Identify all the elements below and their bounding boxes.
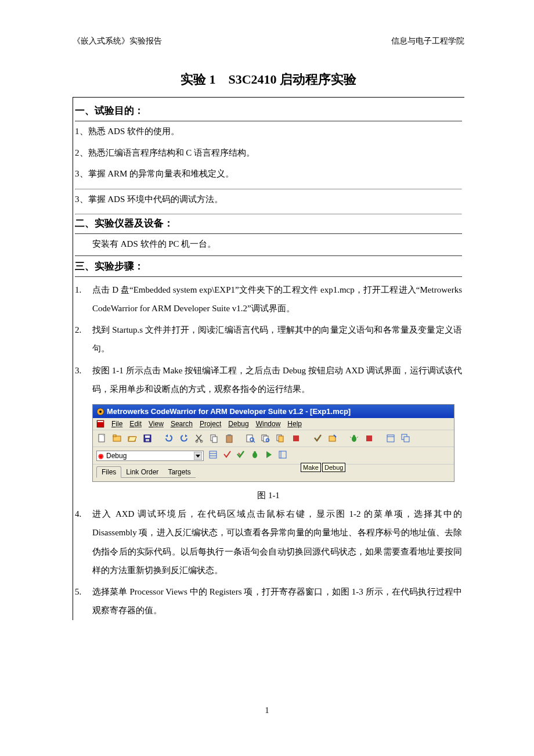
divider [75, 189, 462, 190]
paste-icon[interactable] [223, 433, 235, 444]
svg-rect-10 [146, 439, 149, 441]
settings-icon[interactable] [208, 450, 218, 461]
new-file-icon[interactable] [96, 433, 108, 444]
menu-window[interactable]: Window [256, 420, 281, 428]
menu-help[interactable]: Help [287, 420, 302, 428]
new-folder-icon[interactable] [111, 433, 123, 444]
window-tile-icon[interactable] [385, 433, 396, 444]
redo-icon[interactable] [178, 433, 190, 444]
svg-rect-3 [98, 421, 103, 422]
ide-tabs: Files Link Order Targets Make Debug [93, 465, 454, 481]
stop-debug-icon[interactable] [363, 433, 375, 444]
objective-item: 3、掌握 ARM 的异常向量表和堆栈定义。 [75, 167, 462, 181]
svg-rect-37 [210, 451, 217, 458]
objective-item: 1、熟悉 ADS 软件的使用。 [75, 125, 462, 138]
svg-line-29 [350, 437, 351, 438]
stop-icon[interactable] [290, 433, 302, 444]
objective-item: 3、掌握 ADS 环境中代码的调试方法。 [75, 193, 462, 206]
svg-rect-6 [113, 435, 116, 437]
open-icon[interactable] [127, 433, 138, 444]
equipment-text: 安装有 ADS 软件的 PC 机一台。 [75, 237, 462, 251]
find-icon[interactable] [245, 433, 257, 444]
step-text: 进入 AXD 调试环境后，在代码区域点击鼠标右键，显示图 1-2 的菜单项，选择… [92, 505, 462, 579]
figure-caption: 图 1-1 [75, 490, 462, 501]
svg-rect-25 [293, 435, 299, 441]
step-item: 5. 选择菜单 Processor Views 中的 Registers 项，打… [75, 582, 462, 620]
find-files-icon[interactable] [260, 433, 272, 444]
menu-view[interactable]: View [149, 420, 164, 428]
target-dropdown[interactable]: ◉Debug [96, 451, 204, 461]
step-item: 4. 进入 AXD 调试环境后，在代码区域点击鼠标右键，显示图 1-2 的菜单项… [75, 505, 462, 579]
header-right: 信息与电子工程学院 [391, 36, 464, 46]
step-number: 2. [75, 321, 92, 358]
copy-icon[interactable] [208, 433, 220, 444]
page-number: 1 [0, 706, 534, 715]
check-icon[interactable] [312, 433, 323, 444]
svg-rect-15 [226, 435, 232, 442]
tab-files[interactable]: Files [96, 466, 121, 478]
menu-file[interactable]: File [111, 420, 122, 428]
divider [75, 214, 462, 215]
section-2-heading: 二、实验仪器及设备： [75, 217, 462, 230]
svg-rect-35 [404, 437, 409, 442]
app-icon [96, 408, 104, 416]
window-icon [96, 420, 104, 428]
dropdown-value: Debug [106, 452, 127, 460]
step-number: 1. [75, 280, 92, 318]
cut-icon[interactable] [193, 433, 205, 444]
menu-debug[interactable]: Debug [228, 420, 248, 428]
window-cascade-icon[interactable] [400, 433, 412, 444]
undo-icon[interactable] [163, 433, 175, 444]
svg-rect-14 [212, 437, 217, 442]
divider [75, 121, 462, 121]
project-settings-icon[interactable] [278, 450, 287, 461]
svg-point-1 [99, 411, 102, 413]
bug-icon[interactable] [348, 433, 360, 444]
objective-item: 2、熟悉汇编语言程序结构和 C 语言程序结构。 [75, 146, 462, 160]
svg-rect-24 [279, 436, 283, 442]
svg-point-41 [254, 451, 256, 453]
make-button[interactable] [236, 450, 246, 461]
step-number: 5. [75, 582, 92, 620]
step-item: 3. 按图 1-1 所示点击 Make 按钮编译工程，之后点击 Debug 按钮… [75, 361, 462, 399]
chevron-down-icon [194, 452, 202, 460]
menu-project[interactable]: Project [200, 420, 221, 428]
run-icon[interactable] [264, 450, 273, 461]
ide-menubar: File Edit View Search Project Debug Wind… [93, 418, 454, 430]
ide-screenshot: Metrowerks CodeWarrior for ARM Developer… [92, 404, 454, 482]
debug-tooltip: Debug [322, 463, 345, 472]
debug-button[interactable] [250, 450, 259, 461]
sync-icon[interactable] [222, 450, 232, 461]
ide-project-bar: ◉Debug [93, 447, 454, 465]
svg-line-19 [253, 441, 255, 442]
svg-line-30 [357, 437, 358, 438]
ide-titlebar: Metrowerks CodeWarrior for ARM Developer… [93, 405, 454, 418]
save-icon[interactable] [142, 433, 153, 444]
svg-point-28 [353, 435, 355, 437]
step-text: 点击 D 盘“Embedded system exp\EXP1”文件夹下的工程文… [92, 280, 462, 318]
step-text: 选择菜单 Processor Views 中的 Registers 项，打开寄存… [92, 582, 462, 620]
divider [75, 276, 462, 277]
menu-edit[interactable]: Edit [129, 420, 142, 428]
document-title: 实验 1 S3C2410 启动程序实验 [73, 71, 464, 88]
tab-targets[interactable]: Targets [163, 467, 195, 478]
svg-rect-26 [329, 436, 335, 441]
step-item: 1. 点击 D 盘“Embedded system exp\EXP1”文件夹下的… [75, 280, 462, 318]
menu-search[interactable]: Search [171, 420, 193, 428]
build-icon[interactable] [327, 433, 338, 444]
section-1-heading: 一、试验目的： [75, 104, 462, 117]
svg-rect-42 [279, 451, 286, 458]
step-text: 按图 1-1 所示点击 Make 按钮编译工程，之后点击 Debug 按钮启动 … [92, 361, 462, 399]
make-tooltip: Make [301, 463, 321, 472]
section-3-heading: 三、实验步骤： [75, 260, 462, 273]
tab-link-order[interactable]: Link Order [121, 467, 163, 478]
replace-icon[interactable] [275, 433, 287, 444]
svg-rect-31 [366, 435, 372, 441]
svg-rect-9 [145, 435, 150, 438]
divider [75, 233, 462, 234]
ide-toolbar [93, 430, 454, 447]
svg-rect-16 [228, 434, 231, 436]
step-number: 4. [75, 505, 92, 579]
divider [75, 255, 462, 256]
step-text: 找到 Startup.s 文件并打开，阅读汇编语言代码，理解其中的向量定义语句和… [92, 321, 462, 358]
